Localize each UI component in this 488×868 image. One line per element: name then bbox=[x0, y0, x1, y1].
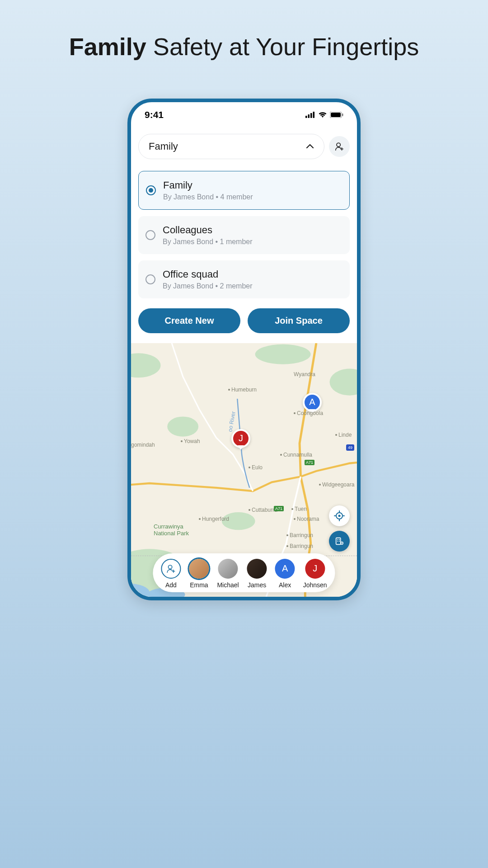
svg-point-26 bbox=[342, 542, 343, 543]
svg-rect-22 bbox=[339, 539, 340, 540]
svg-rect-20 bbox=[336, 538, 341, 544]
person-name: Johnsen bbox=[303, 581, 327, 589]
avatar-letter: J bbox=[305, 559, 325, 579]
avatar-photo bbox=[218, 559, 238, 579]
space-subtitle: By James Bond • 2 member bbox=[163, 282, 253, 290]
map-view[interactable]: oo River AddEmmaMichaelJamesAAlexJJohnse… bbox=[131, 343, 357, 597]
top-panel: Family FamilyBy James Bond • 4 memberCol… bbox=[131, 125, 357, 333]
svg-rect-21 bbox=[337, 539, 338, 540]
places-button[interactable] bbox=[329, 531, 350, 552]
svg-point-7 bbox=[337, 143, 340, 146]
svg-rect-3 bbox=[313, 112, 315, 118]
svg-rect-2 bbox=[310, 113, 312, 118]
map-place-label: Hungerford bbox=[199, 516, 229, 522]
space-title: Colleagues bbox=[163, 224, 253, 236]
dropdown-label: Family bbox=[149, 141, 178, 152]
map-place-label: Barringun bbox=[286, 532, 313, 538]
map-place-label: Yowah bbox=[181, 438, 200, 444]
person-item[interactable]: Emma bbox=[189, 559, 209, 589]
map-place-label: Tuen bbox=[291, 506, 307, 512]
status-time: 9:41 bbox=[145, 109, 164, 120]
map-place-label: Coongoola bbox=[294, 410, 323, 416]
map-place-label: Eulo bbox=[249, 464, 263, 471]
svg-point-10 bbox=[255, 344, 311, 364]
add-icon bbox=[161, 559, 181, 579]
page-headline: Family Safety at Your Fingertips bbox=[69, 32, 419, 62]
chevron-up-icon bbox=[306, 144, 314, 149]
radio-icon bbox=[146, 185, 156, 195]
space-title: Family bbox=[163, 179, 253, 191]
building-pin-icon bbox=[334, 536, 344, 546]
person-item[interactable]: Michael bbox=[217, 559, 239, 589]
map-place-label: Humeburn bbox=[228, 387, 257, 393]
person-item[interactable]: James bbox=[247, 559, 267, 589]
status-bar: 9:41 bbox=[131, 102, 357, 125]
person-name: Michael bbox=[217, 581, 239, 589]
route-shield: 49 bbox=[346, 444, 354, 451]
space-subtitle: By James Bond • 4 member bbox=[163, 193, 253, 201]
route-badge: A71 bbox=[274, 506, 284, 511]
signal-icon bbox=[305, 112, 315, 118]
svg-rect-5 bbox=[331, 113, 341, 117]
join-space-button[interactable]: Join Space bbox=[248, 308, 350, 333]
svg-rect-23 bbox=[337, 541, 338, 542]
person-item[interactable]: AAlex bbox=[275, 559, 295, 589]
map-place-label: Linde bbox=[335, 432, 352, 438]
person-name: Add bbox=[165, 581, 177, 589]
add-user-button[interactable] bbox=[329, 136, 350, 157]
svg-rect-24 bbox=[339, 541, 340, 542]
svg-point-12 bbox=[167, 416, 198, 436]
map-park-label: CurrawinyaNational Park bbox=[154, 523, 189, 537]
radio-icon bbox=[145, 274, 155, 284]
battery-icon bbox=[330, 112, 343, 118]
crosshair-icon bbox=[334, 510, 345, 521]
space-subtitle: By James Bond • 1 member bbox=[163, 238, 253, 246]
recenter-button[interactable] bbox=[329, 505, 350, 526]
wifi-icon bbox=[318, 112, 327, 118]
avatar-letter: A bbox=[275, 559, 295, 579]
create-new-button[interactable]: Create New bbox=[138, 308, 240, 333]
space-item[interactable]: Office squadBy James Bond • 2 member bbox=[138, 260, 350, 298]
svg-rect-0 bbox=[305, 116, 307, 118]
avatar-photo bbox=[189, 559, 209, 579]
map-place-label: Wyandra bbox=[294, 371, 315, 377]
avatar-photo bbox=[247, 559, 267, 579]
space-item[interactable]: ColleaguesBy James Bond • 1 member bbox=[138, 216, 350, 254]
map-place-label: Barringun bbox=[286, 543, 313, 549]
person-name: Alex bbox=[279, 581, 291, 589]
person-name: Emma bbox=[190, 581, 208, 589]
person-item[interactable]: JJohnsen bbox=[303, 559, 327, 589]
map-place-label: gomindah bbox=[131, 442, 155, 448]
svg-rect-6 bbox=[342, 113, 343, 116]
phone-frame: 9:41 Family FamilyBy James Bond • 4 memb… bbox=[127, 99, 361, 600]
people-bar: AddEmmaMichaelJamesAAlexJJohnsen bbox=[153, 553, 335, 592]
status-icons bbox=[305, 112, 343, 118]
map-marker[interactable]: A bbox=[303, 393, 322, 412]
svg-point-27 bbox=[168, 565, 172, 569]
svg-rect-1 bbox=[308, 114, 310, 118]
map-place-label: Cunnamulla bbox=[280, 452, 312, 458]
person-name: James bbox=[248, 581, 266, 589]
map-place-label: Noorama bbox=[294, 516, 319, 522]
person-item[interactable]: Add bbox=[161, 559, 181, 589]
spaces-list: FamilyBy James Bond • 4 memberColleagues… bbox=[138, 171, 350, 298]
route-badge: A71 bbox=[305, 460, 314, 465]
space-dropdown[interactable]: Family bbox=[138, 134, 324, 159]
space-item[interactable]: FamilyBy James Bond • 4 member bbox=[138, 171, 350, 210]
space-title: Office squad bbox=[163, 269, 253, 280]
map-marker[interactable]: J bbox=[231, 429, 250, 448]
map-place-label: Widgeegoara bbox=[319, 481, 354, 488]
radio-icon bbox=[145, 230, 155, 240]
headline-rest: Safety at Your Fingertips bbox=[153, 33, 419, 60]
svg-point-19 bbox=[338, 514, 341, 517]
map-place-label: Cuttaburra bbox=[249, 507, 277, 513]
user-add-icon bbox=[334, 142, 344, 151]
headline-bold: Family bbox=[69, 33, 146, 60]
